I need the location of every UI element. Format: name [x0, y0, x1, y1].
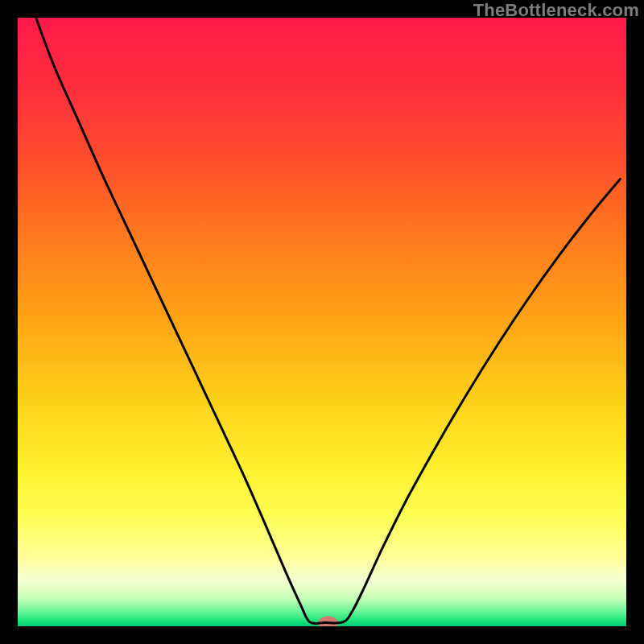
gradient-background — [18, 18, 626, 626]
plot-area — [18, 18, 626, 626]
chart-svg — [18, 18, 626, 626]
chart-container: TheBottleneck.com — [0, 0, 644, 644]
